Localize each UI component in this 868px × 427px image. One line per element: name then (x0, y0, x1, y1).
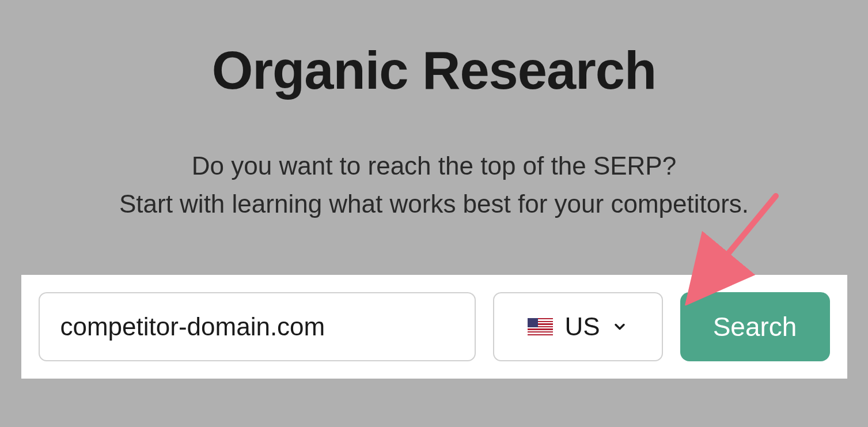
search-bar: US Search (21, 275, 847, 379)
subtitle-line-1: Do you want to reach the top of the SERP… (23, 147, 845, 185)
country-select[interactable]: US (493, 292, 663, 361)
chevron-down-icon (612, 319, 628, 335)
page-subtitle: Do you want to reach the top of the SERP… (23, 147, 845, 223)
main-container: Organic Research Do you want to reach th… (0, 0, 868, 402)
us-flag-icon (528, 318, 553, 335)
country-label: US (564, 312, 600, 341)
search-button[interactable]: Search (680, 292, 830, 361)
domain-input[interactable] (39, 292, 476, 361)
subtitle-line-2: Start with learning what works best for … (23, 185, 845, 223)
page-title: Organic Research (212, 40, 656, 101)
